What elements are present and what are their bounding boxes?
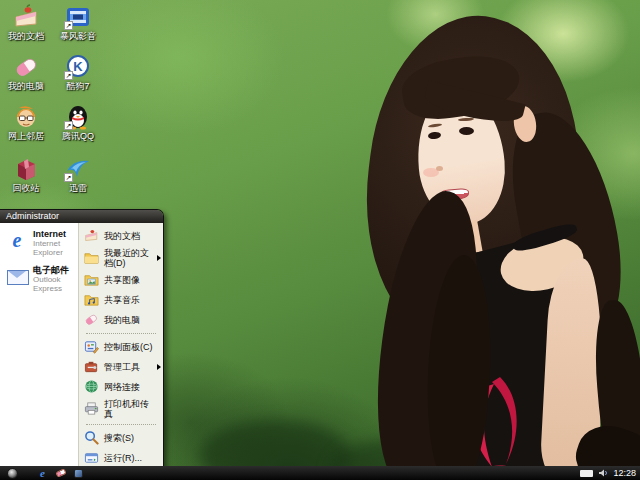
menu-item-title: 电子邮件 — [33, 265, 76, 275]
system-tray: 12:28 — [580, 464, 640, 480]
ie-icon: e — [5, 229, 29, 253]
menu-item-recent-documents[interactable]: 我最近的文档(D) — [79, 246, 163, 270]
menu-item-title: Internet — [33, 229, 76, 239]
mail-icon — [5, 265, 29, 289]
menu-item-my-computer[interactable]: 我的电脑 — [79, 310, 163, 330]
cake-icon — [12, 3, 40, 30]
desktop-icon-label: 网上邻居 — [8, 131, 44, 141]
shortcut-arrow-icon: ↗ — [64, 21, 73, 30]
quick-launch: e — [37, 468, 84, 479]
desktop-screen: 我的文档 ↗ 暴风影音 我的电脑 K ↗ 酷狗7 — [0, 0, 640, 480]
start-button[interactable] — [7, 468, 18, 479]
shortcut-arrow-icon: ↗ — [64, 71, 73, 80]
desktop-icon-label: 腾讯QQ — [62, 131, 94, 141]
admin-tools-icon — [84, 359, 100, 375]
menu-item-email[interactable]: 电子邮件 Outlook Express — [0, 261, 78, 297]
desktop-icon-my-documents[interactable]: 我的文档 — [2, 3, 50, 41]
menu-item-network-connections[interactable]: 网络连接 — [79, 377, 163, 397]
taskbar: e 12:28 — [0, 466, 640, 480]
run-icon — [84, 450, 100, 466]
folder-music-icon — [84, 292, 100, 308]
menu-separator — [86, 333, 156, 334]
language-indicator-icon[interactable] — [580, 470, 593, 477]
menu-item-search[interactable]: 搜索(S) — [79, 428, 163, 448]
penguin-icon: ↗ — [64, 103, 92, 130]
blue-bird-icon: ↗ — [64, 155, 92, 182]
start-menu-right-column: 我的文档 我最近的文档(D) 共享图像 共享音乐 我的电脑 — [78, 223, 163, 470]
folder-icon — [84, 250, 100, 266]
menu-item-printers-faxes[interactable]: 打印机和传真 — [79, 397, 163, 421]
svg-text:K: K — [73, 59, 83, 74]
desktop-icon-xunlei[interactable]: ↗ 迅雷 — [54, 155, 102, 193]
desktop-icon-kugou[interactable]: K ↗ 酷狗7 — [54, 53, 102, 91]
menu-item-subtitle: Outlook Express — [33, 275, 76, 293]
desktop-icon-qq[interactable]: ↗ 腾讯QQ — [54, 103, 102, 141]
k-circle-icon: K ↗ — [64, 53, 92, 80]
pill-icon — [84, 312, 100, 328]
desktop-icon-label: 我的电脑 — [8, 81, 44, 91]
desktop-icon-label: 迅雷 — [69, 183, 87, 193]
menu-item-shared-music[interactable]: 共享音乐 — [79, 290, 163, 310]
submenu-arrow-icon — [157, 255, 161, 261]
desktop-icon-label: 暴风影音 — [60, 31, 96, 41]
start-menu-left-column: e Internet Internet Explorer 电子邮件 Outloo… — [0, 223, 78, 470]
start-menu-body: e Internet Internet Explorer 电子邮件 Outloo… — [0, 223, 163, 470]
shortcut-arrow-icon: ↗ — [64, 121, 73, 130]
globe-icon — [84, 379, 100, 395]
volume-icon[interactable] — [598, 464, 608, 480]
menu-item-internet-explorer[interactable]: e Internet Internet Explorer — [0, 225, 78, 261]
control-panel-icon — [84, 339, 100, 355]
start-menu-user: Administrator — [0, 210, 163, 223]
film-player-icon: ↗ — [64, 3, 92, 30]
quick-launch-ie-icon[interactable]: e — [37, 468, 48, 479]
folder-picture-icon — [84, 272, 100, 288]
taskbar-clock[interactable]: 12:28 — [613, 468, 636, 478]
printer-icon — [84, 401, 100, 417]
quick-launch-pill-icon[interactable] — [55, 468, 66, 479]
shortcut-arrow-icon: ↗ — [64, 173, 73, 182]
desktop-icon-label: 酷狗7 — [66, 81, 89, 91]
desktop-icon-network-places[interactable]: 网上邻居 — [2, 103, 50, 141]
start-menu: Administrator e Internet Internet Explor… — [0, 209, 164, 480]
menu-item-my-documents[interactable]: 我的文档 — [79, 226, 163, 246]
menu-item-control-panel[interactable]: 控制面板(C) — [79, 337, 163, 357]
menu-item-admin-tools[interactable]: 管理工具 — [79, 357, 163, 377]
desktop-icon-baofeng[interactable]: ↗ 暴风影音 — [54, 3, 102, 41]
desktop-icon-label: 我的文档 — [8, 31, 44, 41]
desktop-icon-my-computer[interactable]: 我的电脑 — [2, 53, 50, 91]
desktop-icon-recycle-bin[interactable]: 回收站 — [2, 155, 50, 193]
submenu-arrow-icon — [157, 364, 161, 370]
menu-item-shared-pictures[interactable]: 共享图像 — [79, 270, 163, 290]
face-glasses-icon — [12, 103, 40, 130]
menu-item-run[interactable]: 运行(R)... — [79, 448, 163, 468]
red-cube-icon — [12, 155, 40, 182]
menu-item-subtitle: Internet Explorer — [33, 239, 76, 257]
search-icon — [84, 430, 100, 446]
pill-icon — [12, 53, 40, 80]
desktop-icon-label: 回收站 — [13, 183, 40, 193]
quick-launch-outlook-icon[interactable] — [73, 468, 84, 479]
menu-separator — [86, 424, 156, 425]
cake-icon — [84, 228, 100, 244]
